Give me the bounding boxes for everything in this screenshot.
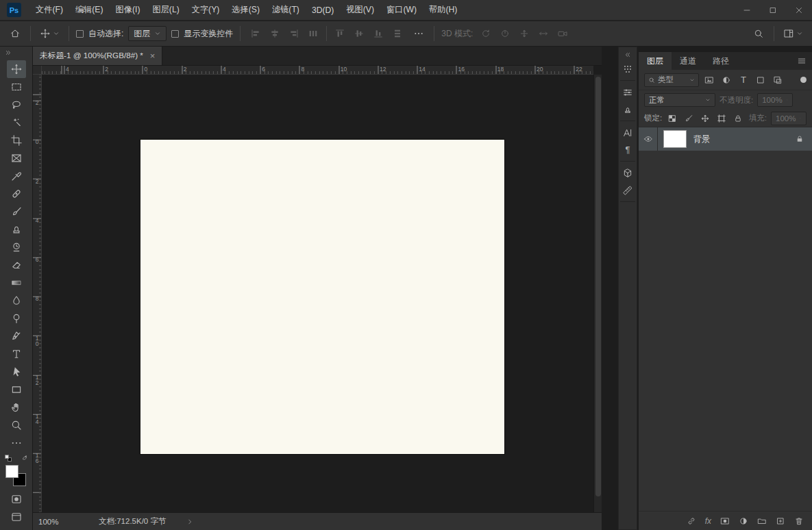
menu-item[interactable]: 选择(S) [225,0,266,20]
minimize-button[interactable] [734,0,760,20]
menu-item[interactable]: 帮助(H) [423,0,463,20]
auto-select-dropdown[interactable]: 图层 [128,26,167,41]
tool-spot-healing-brush[interactable] [7,185,26,203]
tool-path-selection[interactable] [7,363,26,381]
delete-layer-icon[interactable] [794,516,804,526]
tool-pen[interactable] [7,327,26,345]
tool-rectangle-shape[interactable] [7,381,26,399]
tool-brush[interactable] [7,203,26,220]
filter-adjustment-layers-icon[interactable] [719,73,733,87]
paragraph-panel-icon[interactable]: ¶ [619,141,636,158]
menu-item[interactable]: 3D(D) [306,0,341,20]
distribute-horizontal-icon[interactable] [305,25,321,42]
add-layer-mask-icon[interactable] [720,516,730,526]
zoom-level-field[interactable]: 100% [38,518,66,526]
filter-type-dropdown[interactable]: 类型 [644,73,699,87]
clone-source-panel-icon[interactable] [619,101,636,118]
menu-item[interactable]: 图层(L) [146,0,185,20]
3d-camera-icon[interactable] [554,25,571,42]
3d-roll-icon[interactable] [497,25,513,42]
menu-item[interactable]: 视图(V) [340,0,380,20]
expand-panels-icon[interactable] [624,49,631,60]
maximize-button[interactable] [760,0,786,20]
measurement-log-panel-icon[interactable] [619,181,636,199]
home-icon[interactable] [7,25,23,42]
new-adjustment-layer-icon[interactable] [739,516,748,526]
align-center-horizontal-icon[interactable] [267,25,283,42]
tool-hand[interactable] [7,399,26,416]
character-panel-icon[interactable] [619,124,636,141]
workspace-switcher[interactable] [781,27,805,40]
opacity-dropdown[interactable]: 100% [757,93,793,107]
filter-shape-layers-icon[interactable] [754,73,767,87]
new-group-icon[interactable] [757,516,767,526]
3d-orbit-icon[interactable] [478,25,494,42]
menu-item[interactable]: 滤镜(T) [266,0,306,20]
align-bottom-icon[interactable] [370,25,386,42]
tool-gradient[interactable] [7,274,26,292]
brushes-panel-icon[interactable] [619,60,636,77]
tool-blur[interactable] [7,292,26,310]
3d-pan-icon[interactable] [516,25,532,42]
tool-frame[interactable] [7,149,26,167]
lock-image-icon[interactable] [682,112,695,125]
blend-mode-dropdown[interactable]: 正常 [644,93,715,107]
foreground-color-swatch[interactable] [5,465,19,478]
close-button[interactable] [786,0,812,20]
status-options-icon[interactable] [186,518,193,525]
app-icon[interactable]: Ps [7,3,21,17]
filter-toggle[interactable] [800,77,807,83]
align-right-icon[interactable] [286,25,302,42]
edit-toolbar-icon[interactable] [7,434,26,452]
tool-move[interactable] [7,60,26,78]
filter-pixel-layers-icon[interactable] [702,73,716,87]
tool-dodge[interactable] [7,310,26,327]
tool-history-brush[interactable] [7,238,26,256]
auto-select-checkbox[interactable] [76,30,84,38]
align-middle-icon[interactable] [351,25,367,42]
lock-all-icon[interactable] [732,112,744,125]
tool-object-selection[interactable] [7,114,26,131]
tool-eyedropper[interactable] [7,167,26,185]
tool-zoom[interactable] [7,416,26,434]
filter-smart-objects-icon[interactable] [771,73,785,87]
align-left-icon[interactable] [247,25,264,42]
menu-item[interactable]: 文字(Y) [186,0,226,20]
menu-item[interactable]: 图像(I) [110,0,147,20]
lock-transparency-icon[interactable] [666,112,678,125]
more-options-icon[interactable] [410,25,427,42]
scrollbar-thumb[interactable] [595,77,601,496]
search-icon[interactable] [750,25,767,42]
show-transform-checkbox[interactable] [171,30,179,38]
lock-artboard-icon[interactable] [715,112,728,125]
toolbar-collapse-icon[interactable] [5,49,12,56]
3d-slide-icon[interactable] [535,25,552,42]
layer-thumbnail[interactable] [663,130,687,148]
horizontal-ruler[interactable]: 420246810121416182022 [42,66,593,75]
link-layers-icon[interactable] [687,516,696,526]
panel-tab[interactable]: 通道 [672,52,704,70]
new-layer-icon[interactable] [776,516,785,526]
menu-item[interactable]: 窗口(W) [380,0,423,20]
vertical-scrollbar[interactable] [593,75,602,512]
layer-style-icon[interactable]: fx [705,516,711,526]
swap-colors-icon[interactable] [21,455,28,462]
tool-lasso[interactable] [7,96,26,114]
menu-item[interactable]: 编辑(E) [69,0,110,20]
default-colors-icon[interactable] [5,455,13,463]
3d-panel-icon[interactable] [619,164,636,181]
document-tab[interactable]: 未标题-1 @ 100%(RGB/8#) * × [33,47,162,65]
fill-dropdown[interactable]: 100% [771,112,807,125]
panel-tab[interactable]: 图层 [639,52,672,70]
filter-type-layers-icon[interactable]: T [737,73,750,87]
canvas[interactable] [140,140,504,454]
layer-row[interactable]: 背景 [639,127,812,151]
align-top-icon[interactable] [332,25,348,42]
panel-menu-icon[interactable] [791,52,812,70]
tool-crop[interactable] [7,131,26,149]
ruler-origin-corner[interactable] [33,66,42,75]
screen-mode-icon[interactable] [7,508,26,526]
quick-mask-icon[interactable] [7,490,26,508]
distribute-vertical-icon[interactable] [389,25,406,42]
tab-close-icon[interactable]: × [150,51,156,61]
